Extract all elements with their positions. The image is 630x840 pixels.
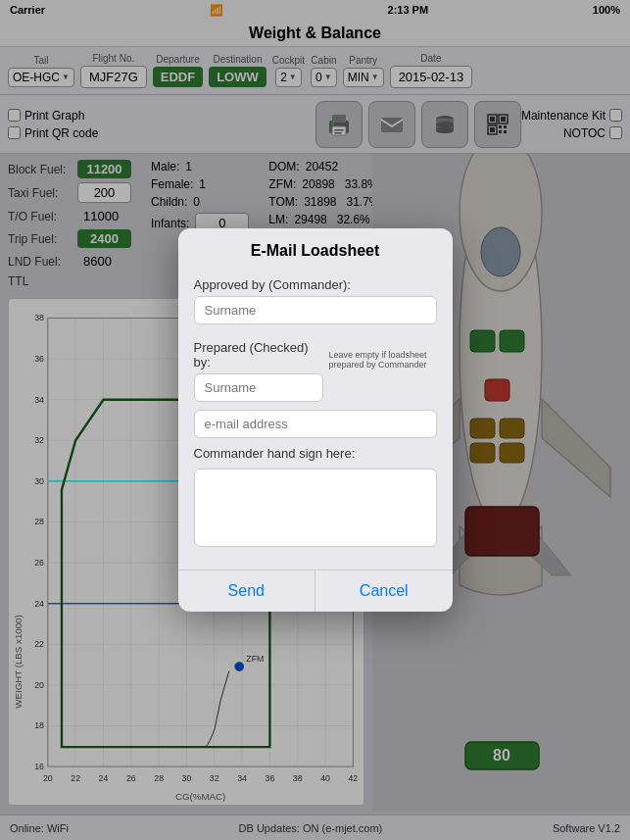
prepared-by-input[interactable]: [194, 373, 323, 402]
approved-by-input[interactable]: [194, 296, 437, 324]
prepared-by-label: Prepared (Checked) by:: [194, 340, 323, 370]
hand-sign-textarea[interactable]: [194, 469, 437, 547]
modal-overlay: E-Mail Loadsheet Approved by (Commander)…: [0, 0, 630, 840]
prepared-hint: Leave empty if loadsheet prepared by Com…: [329, 350, 437, 370]
modal-body: Approved by (Commander): Prepared (Check…: [178, 277, 453, 560]
prepared-by-row: Prepared (Checked) by: Leave empty if lo…: [194, 332, 437, 402]
modal-buttons: Send Cancel: [178, 569, 453, 612]
email-input[interactable]: [194, 410, 437, 438]
modal-title: E-Mail Loadsheet: [178, 228, 453, 270]
hand-sign-label: Commander hand sign here:: [194, 446, 437, 461]
send-button[interactable]: Send: [178, 570, 316, 612]
email-loadsheet-modal: E-Mail Loadsheet Approved by (Commander)…: [178, 228, 453, 612]
approved-by-label: Approved by (Commander):: [194, 277, 437, 292]
cancel-button[interactable]: Cancel: [315, 570, 453, 612]
